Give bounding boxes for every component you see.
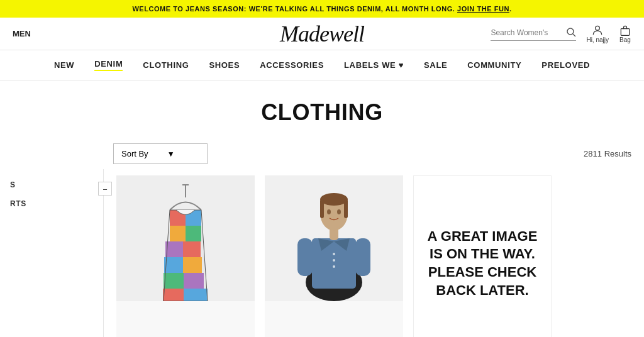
nav-item-labels[interactable]: LABELS WE ♥	[344, 60, 404, 70]
svg-rect-3	[621, 29, 629, 36]
sort-by-dropdown[interactable]: Sort By ▼	[113, 143, 208, 164]
site-logo[interactable]: Madewell	[280, 21, 364, 47]
product-image	[116, 175, 255, 301]
nav-item-clothing[interactable]: CLOTHING	[143, 60, 189, 70]
sidebar-collapse-button[interactable]: –	[98, 182, 112, 196]
svg-rect-29	[355, 238, 370, 276]
toolbar: Sort By ▼ 2811 Results	[0, 138, 644, 169]
product-image	[265, 175, 403, 301]
svg-rect-16	[184, 273, 204, 289]
svg-rect-22	[312, 238, 356, 289]
nav-item-shoes[interactable]: SHOES	[209, 60, 240, 70]
page-title: CLOTHING	[13, 99, 631, 126]
page-title-section: CLOTHING	[0, 80, 644, 138]
svg-point-27	[333, 265, 335, 268]
banner-link[interactable]: JOIN THE FUN	[457, 5, 509, 13]
product-card[interactable]	[116, 175, 255, 337]
search-input[interactable]	[491, 28, 566, 37]
bag-button[interactable]: Bag	[619, 24, 631, 43]
product-promo-card: A GREAT IMAGE IS ON THE WAY. PLEASE CHEC…	[413, 175, 552, 337]
svg-point-35	[327, 209, 331, 214]
svg-point-0	[567, 28, 574, 35]
sidebar-filter-s: s	[0, 175, 103, 194]
bag-icon	[619, 24, 631, 36]
svg-point-32	[320, 193, 348, 206]
header: MEN Madewell Hi, najjy	[0, 18, 644, 50]
nav-item-preloved[interactable]: PRELOVED	[541, 60, 590, 70]
svg-line-1	[573, 34, 575, 36]
svg-rect-18	[184, 289, 208, 301]
svg-point-2	[596, 26, 600, 30]
nav-item-community[interactable]: COMMUNITY	[467, 60, 521, 70]
svg-rect-17	[163, 289, 184, 301]
svg-point-36	[337, 209, 341, 214]
svg-rect-34	[344, 199, 348, 218]
banner-text: WELCOME TO JEANS SEASON: WE'RE TALKING A…	[132, 5, 457, 13]
header-actions: Hi, najjy Bag	[491, 24, 631, 43]
main-content: – s rts	[0, 169, 644, 337]
svg-rect-11	[165, 241, 183, 257]
search-area	[491, 27, 576, 41]
svg-rect-13	[164, 257, 183, 273]
nav-item-denim[interactable]: DENIM	[94, 59, 123, 71]
nav-item-accessories[interactable]: ACCESSORIES	[260, 60, 324, 70]
sort-by-label: Sort By	[121, 149, 148, 158]
chevron-down-icon: ▼	[167, 150, 175, 158]
svg-rect-12	[183, 241, 201, 257]
svg-point-25	[333, 253, 335, 255]
svg-rect-15	[164, 273, 184, 289]
svg-point-26	[333, 259, 335, 262]
main-navigation: NEW DENIM CLOTHING SHOES ACCESSORIES LAB…	[0, 50, 644, 80]
svg-rect-10	[186, 226, 201, 241]
search-icon[interactable]	[566, 27, 576, 39]
product-card[interactable]	[265, 175, 403, 337]
bag-label: Bag	[619, 36, 631, 43]
sidebar-filter-rts: rts	[0, 194, 103, 213]
sidebar: – s rts	[0, 169, 104, 337]
user-label: Hi, najjy	[586, 36, 609, 43]
nav-item-new[interactable]: NEW	[54, 60, 74, 70]
svg-rect-9	[170, 226, 186, 241]
results-count: 2811 Results	[584, 149, 631, 158]
svg-rect-28	[297, 238, 313, 276]
user-icon	[591, 24, 604, 36]
men-nav-link[interactable]: MEN	[13, 29, 63, 38]
product-grid: A GREAT IMAGE IS ON THE WAY. PLEASE CHEC…	[104, 169, 644, 337]
top-banner: WELCOME TO JEANS SEASON: WE'RE TALKING A…	[0, 0, 644, 18]
nav-item-sale[interactable]: SALE	[424, 60, 447, 70]
svg-rect-33	[320, 199, 324, 218]
user-account-button[interactable]: Hi, najjy	[586, 24, 609, 43]
svg-rect-14	[183, 257, 202, 273]
promo-text: A GREAT IMAGE IS ON THE WAY. PLEASE CHEC…	[426, 228, 538, 299]
